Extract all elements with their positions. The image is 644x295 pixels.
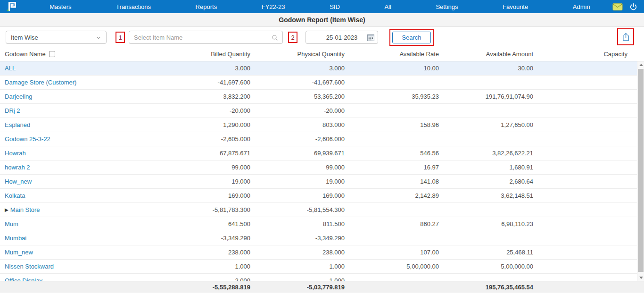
table-row[interactable]: ▶ Mumbai -3,349.290 -3,349.290	[0, 231, 637, 245]
nav-icons	[612, 3, 644, 11]
search-button[interactable]: Search	[392, 32, 431, 43]
column-header-godown-name: Godown Name	[5, 51, 46, 58]
godown-name-link[interactable]: DRj 2	[5, 107, 20, 114]
table-row[interactable]: ▶ Office Display 2.000 1.000	[0, 274, 637, 281]
scroll-down-button[interactable]	[637, 274, 644, 281]
godown-name-link[interactable]: Main Store	[10, 206, 40, 213]
nav-item-favourite[interactable]: Favourite	[503, 3, 528, 10]
calendar-icon[interactable]	[367, 34, 374, 42]
scroll-up-button[interactable]	[637, 61, 644, 68]
godown-name-link[interactable]: Damage Store (Customer)	[5, 79, 76, 86]
nav-item-sid[interactable]: SID	[330, 3, 340, 10]
total-available-amount: 195,76,35,465.54	[439, 284, 533, 291]
godown-name-link[interactable]: Godown 25-3-22	[5, 135, 50, 143]
date-input[interactable]: 25-01-2023	[305, 31, 378, 44]
report-mode-select[interactable]: Item Wise	[6, 31, 107, 44]
table-row[interactable]: ▶ How_new 19.000 19.000 141.08 2,680.64	[0, 175, 637, 189]
nav-item-masters[interactable]: Masters	[50, 3, 71, 10]
godown-name-link[interactable]: Office Display	[5, 277, 42, 281]
table-row[interactable]: ▶ Esplaned 1,290.000 803.000 158.96 1,27…	[0, 118, 637, 132]
expand-icon[interactable]: ▶	[5, 208, 8, 212]
available-rate-cell: 860.27	[345, 220, 439, 228]
physical-quantity-cell: 1.000	[250, 277, 345, 281]
available-amount-cell: 25,468.11	[439, 249, 533, 256]
physical-quantity-cell: 3.000	[250, 65, 345, 72]
physical-quantity-cell: 53,365.200	[250, 93, 345, 100]
arrow-down-icon	[639, 277, 643, 279]
nav-item-settings[interactable]: Settings	[436, 3, 458, 10]
total-billed-quantity: -5,55,288.819	[156, 284, 250, 291]
table-row[interactable]: ▶ DRj 2 -20.000 -20.000	[0, 104, 637, 118]
table-row[interactable]: ▶ Mum_new 238.000 238.000 107.00 25,468.…	[0, 245, 637, 260]
item-search-input[interactable]	[129, 31, 282, 43]
physical-quantity-cell: 238.000	[250, 249, 345, 256]
nav-item-transactions[interactable]: Transactions	[116, 3, 151, 10]
power-icon[interactable]	[629, 3, 637, 11]
available-amount-cell: 6,98,110.23	[439, 220, 533, 228]
physical-quantity-cell: 803.000	[250, 121, 345, 128]
billed-quantity-cell: 2.000	[156, 277, 250, 281]
godown-name-link[interactable]: howrah 2	[5, 164, 30, 171]
physical-quantity-cell: 99.000	[250, 164, 345, 171]
available-amount-cell: 1,680.91	[439, 164, 533, 171]
nav-item-reports[interactable]: Reports	[196, 3, 217, 10]
billed-quantity-cell: 1,290.000	[156, 121, 250, 128]
top-navbar: MastersTransactionsReportsFY22-23SIDAllS…	[0, 0, 644, 13]
nav-item-fy22-23[interactable]: FY22-23	[262, 3, 285, 10]
table-row[interactable]: ▶ ALL 3.000 3.000 10.00 30.00	[0, 61, 637, 76]
annotation-box-search: Search	[389, 29, 434, 46]
godown-name-link[interactable]: ALL	[5, 65, 16, 72]
available-rate-cell: 35,935.23	[345, 93, 439, 100]
table-body: ▶ ALL 3.000 3.000 10.00 30.00 ▶ Damage S…	[0, 61, 637, 281]
available-rate-cell: 107.00	[345, 249, 439, 256]
table-row[interactable]: ▶ Howrah 67,875.671 69,939.671 546.56 3,…	[0, 146, 637, 160]
available-rate-cell: 158.96	[345, 121, 439, 128]
table-row[interactable]: ▶ Nissen Stockward 1.000 1.000 5,00,000.…	[0, 260, 637, 274]
app-window: MastersTransactionsReportsFY22-23SIDAllS…	[0, 0, 644, 295]
available-rate-cell: 16.97	[345, 164, 439, 171]
table-row[interactable]: ▶ Godown 25-3-22 -2,605.000 -2,606.000	[0, 132, 637, 146]
table-row[interactable]: ▶ Darjeeling 3,832.200 53,365.200 35,935…	[0, 90, 637, 104]
column-header-capacity: Capacity	[533, 51, 627, 58]
export-button[interactable]	[621, 32, 631, 42]
godown-name-link[interactable]: How_new	[5, 178, 32, 185]
godown-name-link[interactable]: Mum	[5, 220, 18, 228]
physical-quantity-cell: -20.000	[250, 107, 345, 114]
godown-name-link[interactable]: Howrah	[5, 150, 26, 157]
available-amount-cell: 3,62,148.51	[439, 192, 533, 199]
select-all-checkbox[interactable]	[49, 51, 55, 57]
nav-item-all[interactable]: All	[384, 3, 391, 10]
annotation-box-2: 2	[288, 32, 297, 43]
column-header-available-rate: Available Rate	[345, 51, 439, 58]
date-value: 25-01-2023	[326, 34, 358, 41]
table-row[interactable]: ▶ Main Store -5,81,783.300 -5,81,554.300	[0, 203, 637, 217]
totals-row: -5,55,288.819 -5,03,779.819 195,76,35,46…	[0, 281, 644, 293]
table-row[interactable]: ▶ Damage Store (Customer) -41,697.600 -4…	[0, 76, 637, 90]
billed-quantity-cell: 641.500	[156, 220, 250, 228]
available-rate-cell: 141.08	[345, 178, 439, 185]
filter-bar: Item Wise 1 2 25-01-2023	[0, 27, 644, 47]
scroll-thumb[interactable]	[638, 69, 644, 272]
mail-icon[interactable]	[612, 3, 623, 11]
available-rate-cell: 2,142.89	[345, 192, 439, 199]
billed-quantity-cell: -3,349.290	[156, 235, 250, 242]
godown-name-link[interactable]: Nissen Stockward	[5, 263, 54, 270]
app-logo[interactable]	[0, 1, 27, 12]
table-row[interactable]: ▶ Mum 641.500 811.500 860.27 6,98,110.23	[0, 217, 637, 231]
available-rate-cell: 5,00,000.00	[345, 263, 439, 270]
column-header-billed-quantity: Billed Quantity	[156, 51, 250, 58]
godown-name-link[interactable]: Mumbai	[5, 235, 26, 242]
vertical-scrollbar[interactable]	[637, 61, 644, 281]
nav-item-admin[interactable]: Admin	[573, 3, 590, 10]
column-header-available-amount: Available Amount	[439, 51, 533, 58]
godown-name-link[interactable]: Esplaned	[5, 121, 30, 128]
table-row[interactable]: ▶ howrah 2 99.000 99.000 16.97 1,680.91	[0, 160, 637, 175]
godown-name-link[interactable]: Kolkata	[5, 192, 25, 199]
godown-name-link[interactable]: Mum_new	[5, 249, 33, 256]
available-amount-cell: 3,82,26,622.21	[439, 150, 533, 157]
godown-name-link[interactable]: Darjeeling	[5, 93, 33, 100]
report-mode-value: Item Wise	[11, 34, 38, 41]
available-amount-cell: 5,00,000.00	[439, 263, 533, 270]
table-row[interactable]: ▶ Kolkata 169.000 169.000 2,142.89 3,62,…	[0, 189, 637, 203]
nav-menu: MastersTransactionsReportsFY22-23SIDAllS…	[27, 3, 612, 10]
